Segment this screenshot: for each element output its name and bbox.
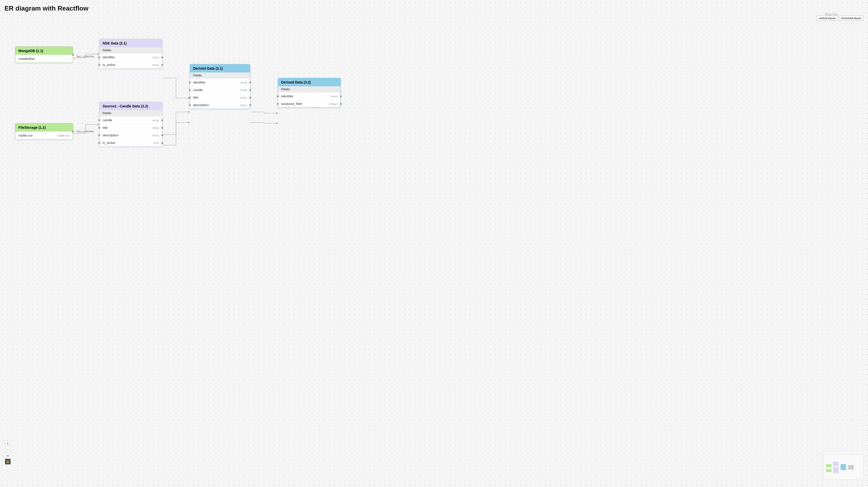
source1-handle-left-title (98, 127, 100, 129)
source1-field-description: description string (100, 131, 162, 139)
edge-label-filestorage-source1: has_collection (77, 130, 94, 133)
derived31-handle-right-candle (249, 89, 251, 91)
source1-handle-left-isactive (98, 142, 100, 144)
source1-handle-right-title (161, 127, 163, 129)
node-derived31: Derived Data (3.1) Fields identifier str… (190, 64, 250, 109)
derived31-fields-label: Fields (190, 72, 250, 79)
node-mongodb: MongoDB (1.1) crawlerflow (15, 47, 73, 63)
derived32-handle-left-id (277, 95, 279, 97)
derived31-field-name-id: identifier (193, 81, 206, 84)
minimap-node-mongodb (826, 464, 832, 467)
lock-button[interactable]: 🔒 (5, 459, 10, 464)
source1-field-candle: candle string (100, 116, 162, 124)
source1-field-type-candle: string (152, 119, 159, 122)
nse-header: NSE Data (2.1) (100, 39, 162, 47)
horizontal-layout-button[interactable]: horizontal layout (839, 16, 864, 21)
derived32-field-type-id: string (331, 95, 337, 98)
zoom-controls: + − ⊡ 🔒 (5, 441, 10, 464)
derived32-fields-label: Fields (278, 86, 340, 92)
derived31-field-candle: candle string (190, 86, 250, 94)
source1-field-name-title: title (102, 126, 107, 129)
derived31-field-title: title string (190, 94, 250, 101)
source1-field-title: title string (100, 124, 162, 131)
minimap (823, 454, 864, 480)
derived31-handle-right-title (249, 97, 251, 99)
derived32-field-name-analysed: analysed_field (281, 102, 302, 105)
derived31-field-type-desc: string (240, 104, 247, 106)
mongodb-handle-right (72, 54, 74, 56)
derived31-handle-left-title (189, 97, 191, 99)
derived31-field-identifier: identifier string (190, 79, 250, 86)
derived32-header: Derived Data (3.2) (278, 78, 340, 86)
nse-field-type-identifier: string (152, 56, 159, 59)
minimap-node-derived31 (841, 464, 846, 470)
derived31-handle-right-id (249, 82, 251, 84)
derived31-handle-left-candle (189, 89, 191, 91)
source1-field-type-isactive: bool (154, 141, 159, 144)
mongodb-header: MongoDB (1.1) (16, 47, 73, 55)
node-source1: Source1 - Candle Data (2.2) Fields candl… (99, 102, 162, 147)
source1-handle-right-isactive (161, 142, 163, 144)
filestorage-body: myfile.csv myfile-csv (16, 131, 73, 139)
filestorage-header: FileStorage (1.2) (16, 123, 73, 131)
page-title: ER diagram with Reactflow (4, 4, 89, 12)
derived31-field-type-title: string (240, 96, 247, 99)
nse-field-name-identifier: identifier (102, 55, 115, 59)
derived31-field-description: description string (190, 101, 250, 109)
source1-header: Source1 - Candle Data (2.2) (100, 102, 162, 110)
nse-field-isactive: is_active string (100, 61, 162, 68)
zoom-out-button[interactable]: − (5, 447, 10, 452)
vertical-layout-button[interactable]: vertical layout (816, 16, 838, 21)
derived32-handle-right-id (340, 95, 342, 97)
derived32-handle-right-analysed (340, 103, 342, 105)
minimap-node-derived32 (848, 465, 854, 469)
derived31-handle-left-id (189, 82, 191, 84)
derived31-field-type-id: string (240, 81, 247, 84)
derived31-header: Derived Data (3.1) (190, 64, 250, 72)
node-filestorage: FileStorage (1.2) myfile.csv myfile-csv (15, 123, 73, 140)
derived32-field-name-id: identifier (281, 94, 293, 98)
derived32-handle-left-analysed (277, 103, 279, 105)
derived31-handle-left-desc (189, 104, 191, 106)
source1-handle-right-desc (161, 134, 163, 136)
derived31-field-type-candle: string (240, 89, 247, 92)
derived32-field-analysed: analysed_field integer (278, 100, 340, 108)
source1-field-type-title: string (152, 126, 159, 129)
edge-label-mongodb-nse: has_collection (77, 55, 94, 58)
nse-handle-left-2 (98, 64, 100, 66)
nse-handle-right-1 (161, 56, 163, 58)
source1-field-name-desc: description (102, 133, 118, 137)
nse-handle-right-2 (161, 64, 163, 66)
nse-fields-label: Fields (100, 47, 162, 53)
layout-buttons: vertical layout horizontal layout (816, 16, 864, 21)
minimap-node-source1 (833, 467, 839, 473)
derived31-field-name-title: title (193, 96, 198, 99)
filestorage-badge: myfile-csv (57, 134, 70, 137)
filestorage-handle-right (72, 130, 74, 132)
fit-view-button[interactable]: ⊡ (5, 453, 10, 458)
mongodb-body: crawlerflow (16, 55, 73, 63)
source1-handle-left-candle (98, 119, 100, 121)
derived31-field-name-desc: description (193, 103, 209, 107)
nse-field-type-isactive: string (152, 63, 159, 66)
source1-field-name-isactive: is_active (102, 141, 116, 145)
source1-field-isactive: is_active bool (100, 139, 162, 146)
source1-field-type-desc: string (152, 134, 159, 137)
minimap-node-nse (833, 462, 839, 466)
zoom-in-button[interactable]: + (5, 441, 10, 446)
nse-field-identifier: identifier string (100, 53, 162, 61)
node-nse-data: NSE Data (2.1) Fields identifier string … (99, 39, 162, 69)
node-derived32: Derived Data (3.2) Fields identifier str… (278, 78, 341, 108)
source1-fields-label: Fields (100, 110, 162, 116)
nse-handle-left-1 (98, 56, 100, 58)
source1-handle-left-desc (98, 134, 100, 136)
source1-field-name-candle: candle (102, 118, 112, 122)
minimap-node-filestorage (826, 469, 832, 472)
derived31-handle-right-desc (249, 104, 251, 106)
derived32-field-type-analysed: integer (329, 102, 337, 105)
nse-field-name-isactive: is_active (102, 63, 116, 67)
derived32-field-identifier: identifier string (278, 92, 340, 100)
source1-handle-right-candle (161, 119, 163, 121)
filestorage-filename: myfile.csv (18, 133, 33, 138)
derived31-field-name-candle: candle (193, 88, 203, 92)
